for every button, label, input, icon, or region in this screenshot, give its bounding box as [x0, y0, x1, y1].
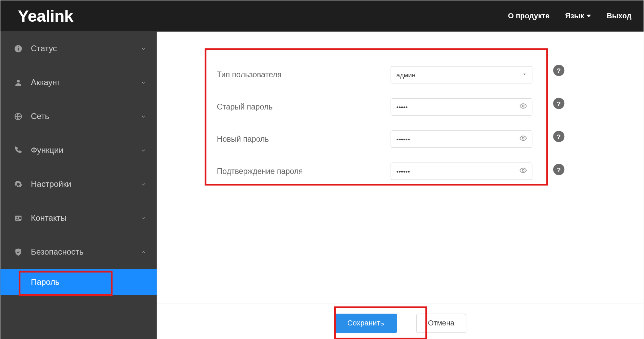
svg-point-10: [522, 105, 524, 107]
user-icon: [14, 78, 23, 87]
old-password-row: Старый пароль: [217, 91, 536, 123]
help-column: ? ? ? ?: [553, 65, 564, 175]
confirm-password-row: Подтверждение пароля: [217, 155, 536, 187]
help-confirm-password[interactable]: ?: [553, 164, 564, 175]
contacts-icon: [14, 213, 23, 223]
svg-point-6: [17, 217, 18, 218]
chevron-down-icon: [140, 147, 146, 154]
help-old-password[interactable]: ?: [553, 98, 564, 109]
save-button[interactable]: Сохранить: [334, 314, 397, 333]
eye-icon[interactable]: [519, 166, 527, 176]
help-new-password[interactable]: ?: [553, 131, 564, 142]
brand-logo: Yealink: [18, 7, 73, 25]
svg-rect-8: [19, 218, 21, 219]
new-password-label: Новый пароль: [217, 135, 391, 144]
confirm-password-label: Подтверждение пароля: [217, 167, 391, 176]
about-product-link[interactable]: О продукте: [508, 12, 549, 21]
shield-icon: [14, 247, 23, 257]
svg-point-3: [17, 80, 20, 83]
chevron-down-icon: [140, 46, 146, 52]
sidebar-item-settings[interactable]: Настройки: [0, 167, 157, 201]
sidebar-item-network[interactable]: Сеть: [0, 100, 157, 134]
body-row: Статус Аккаунт Сеть: [0, 32, 643, 339]
svg-point-11: [522, 137, 524, 139]
chevron-down-icon: [140, 114, 146, 120]
user-type-select[interactable]: админ: [391, 66, 532, 83]
language-dropdown[interactable]: Язык: [565, 12, 591, 21]
chevron-down-icon: [140, 215, 146, 221]
logout-link[interactable]: Выход: [607, 12, 631, 21]
sidebar: Статус Аккаунт Сеть: [0, 32, 157, 339]
eye-icon[interactable]: [519, 134, 527, 144]
sidebar-item-label: Контакты: [31, 213, 140, 223]
sidebar-item-label: Безопасность: [31, 247, 140, 257]
confirm-password-input[interactable]: [391, 162, 532, 180]
user-type-label: Тип пользователя: [217, 70, 391, 79]
phone-icon: [14, 145, 23, 155]
globe-icon: [14, 112, 23, 121]
svg-rect-1: [18, 48, 19, 50]
main-content: Тип пользователя админ Старый пароль: [157, 32, 644, 339]
old-password-input[interactable]: [391, 98, 532, 116]
sidebar-item-contacts[interactable]: Контакты: [0, 201, 157, 235]
svg-rect-7: [19, 217, 21, 218]
svg-rect-2: [18, 46, 19, 47]
old-password-label: Старый пароль: [217, 102, 391, 112]
new-password-input[interactable]: [391, 131, 532, 148]
sidebar-item-label: Настройки: [31, 179, 140, 189]
sidebar-subitem-password[interactable]: Пароль: [0, 269, 157, 295]
chevron-up-icon: [140, 249, 146, 255]
new-password-row: Новый пароль: [217, 123, 536, 155]
sidebar-item-status[interactable]: Статус: [0, 32, 157, 66]
sidebar-item-account[interactable]: Аккаунт: [0, 66, 157, 100]
gear-icon: [14, 179, 23, 189]
help-user-type[interactable]: ?: [553, 65, 564, 76]
svg-point-12: [522, 170, 524, 172]
chevron-down-icon: [140, 80, 146, 86]
eye-icon[interactable]: [519, 102, 527, 112]
sidebar-item-label: Аккаунт: [31, 78, 140, 87]
sidebar-item-security[interactable]: Безопасность: [0, 235, 157, 269]
sidebar-item-features[interactable]: Функции: [0, 134, 157, 167]
header-bar: Yealink О продукте Язык Выход: [0, 0, 643, 32]
app-window: Yealink О продукте Язык Выход Статус: [0, 0, 644, 339]
sidebar-item-label: Функции: [31, 145, 140, 155]
footer-bar: Сохранить Отмена: [157, 303, 644, 339]
info-icon: [14, 44, 23, 53]
chevron-down-icon: [140, 181, 146, 187]
sidebar-item-label: Сеть: [31, 112, 140, 121]
language-label: Язык: [565, 12, 584, 21]
sidebar-item-label: Статус: [31, 44, 140, 53]
caret-down-icon: [587, 15, 591, 18]
cancel-button[interactable]: Отмена: [416, 314, 466, 333]
password-form-highlight: Тип пользователя админ Старый пароль: [205, 48, 548, 185]
user-type-row: Тип пользователя админ: [217, 59, 536, 91]
